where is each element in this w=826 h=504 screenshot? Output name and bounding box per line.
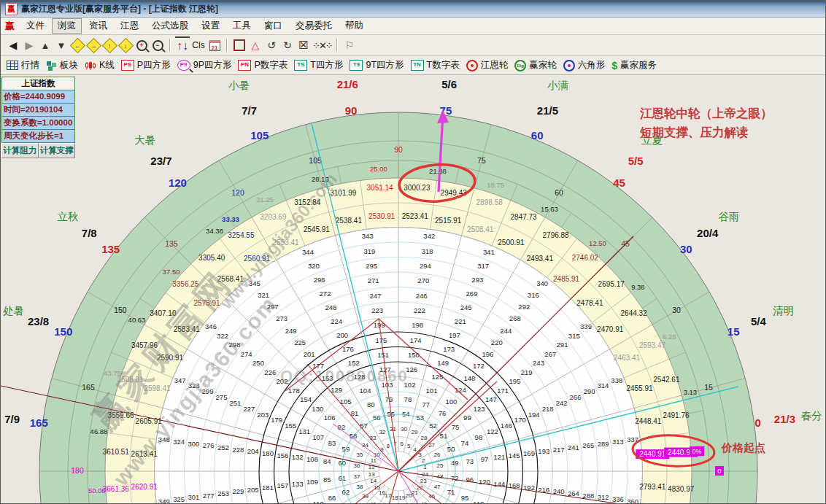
blocks-icon xyxy=(46,61,57,71)
menu-item-news[interactable]: 资讯 xyxy=(83,18,113,34)
svg-text:40: 40 xyxy=(370,501,377,503)
svg-text:2538.41: 2538.41 xyxy=(336,217,363,225)
svg-text:122: 122 xyxy=(487,427,498,435)
toolbar-item-gann-wheel[interactable]: 江恩轮 xyxy=(466,59,509,71)
cls-button[interactable]: Cls xyxy=(191,37,206,53)
rotate-ccw-icon[interactable]: ↺ xyxy=(264,37,279,53)
rotate-cw-icon[interactable]: ↻ xyxy=(280,37,295,53)
toolbar-item-9p-square[interactable]: P9 9P四方形 xyxy=(177,59,232,71)
menu-item-tools[interactable]: 工具 xyxy=(227,18,257,34)
svg-text:8: 8 xyxy=(387,443,390,449)
menu-item-gann[interactable]: 江恩 xyxy=(115,18,144,34)
toolbar-item-hexagon[interactable]: 六角形 xyxy=(563,59,606,71)
svg-text:30: 30 xyxy=(680,243,692,255)
toolbar-item-p-table[interactable]: PN P数字表 xyxy=(238,59,287,71)
svg-text:325: 325 xyxy=(173,495,185,503)
menu-bar: 赢 文件 浏览 资讯 江恩 公式选股 设置 工具 窗口 交易委托 帮助 xyxy=(1,18,825,35)
wheel-canvas-area: 1234567891011121314151617181920212223242… xyxy=(1,75,825,503)
svg-text:126: 126 xyxy=(406,365,417,373)
svg-text:40.63: 40.63 xyxy=(128,316,146,324)
toolbar-item-winner-wheel[interactable]: Big 赢家轮 xyxy=(514,59,557,71)
svg-text:291: 291 xyxy=(557,341,568,349)
resize-icon[interactable]: ⁘✕⁘ xyxy=(312,37,332,53)
svg-text:269: 269 xyxy=(466,290,478,298)
svg-text:25: 25 xyxy=(437,462,444,469)
app-icon[interactable]: 赢 xyxy=(5,3,18,15)
svg-text:244: 244 xyxy=(500,327,512,335)
toolbar-item-t-square[interactable]: TS T四方形 xyxy=(294,59,343,71)
svg-text:146: 146 xyxy=(501,422,512,430)
menu-item-trade[interactable]: 交易委托 xyxy=(290,18,338,34)
menu-item-settings[interactable]: 设置 xyxy=(196,18,225,34)
svg-text:346: 346 xyxy=(205,322,217,330)
svg-text:7/9: 7/9 xyxy=(4,413,20,425)
tick-updown-icon[interactable]: ↑↓ xyxy=(175,36,190,54)
toolbar-item-quotes[interactable]: 行情 xyxy=(7,59,39,71)
toolbar-item-9t-square[interactable]: T9 9T四方形 xyxy=(350,59,404,71)
diamond-left-icon[interactable]: ← xyxy=(70,37,85,53)
svg-text:219: 219 xyxy=(521,368,533,376)
svg-text:立秋: 立秋 xyxy=(58,211,79,222)
svg-text:120: 120 xyxy=(169,177,187,189)
svg-text:300: 300 xyxy=(188,440,199,448)
svg-text:3152.84: 3152.84 xyxy=(294,198,321,206)
triangle-outline-icon[interactable]: △ xyxy=(248,37,263,53)
menu-item-formula[interactable]: 公式选股 xyxy=(146,18,194,34)
menu-item-window[interactable]: 窗口 xyxy=(258,18,288,34)
zoom-in-icon[interactable]: + xyxy=(134,37,149,53)
svg-text:2491.76: 2491.76 xyxy=(663,411,690,419)
window-title: 赢家江恩专业版[赢家服务平台] - [上证指数 江恩轮] xyxy=(21,3,218,15)
square-outline-icon[interactable] xyxy=(232,37,247,53)
calendar-icon[interactable]: 21 xyxy=(207,37,222,53)
svg-text:250: 250 xyxy=(252,359,264,367)
svg-text:349: 349 xyxy=(158,497,170,503)
svg-text:2568.41: 2568.41 xyxy=(217,275,244,283)
diamond-down-icon[interactable]: ↓ xyxy=(118,37,133,53)
calc-support-button[interactable]: 计算支撑 xyxy=(39,143,76,158)
diamond-right-icon[interactable]: → xyxy=(86,37,101,53)
menu-item-file[interactable]: 文件 xyxy=(20,18,50,34)
toolbar-item-service[interactable]: $ 赢家服务 xyxy=(611,59,657,71)
svg-text:4830.97: 4830.97 xyxy=(668,485,695,493)
toolbar-item-sectors[interactable]: 板块 xyxy=(46,59,78,71)
pointer-up-icon[interactable]: ▲ xyxy=(38,37,53,53)
toolbar-item-kline[interactable]: K线 xyxy=(85,59,115,71)
svg-text:272: 272 xyxy=(320,290,331,298)
svg-text:3508.81: 3508.81 xyxy=(117,376,144,384)
calc-resistance-button[interactable]: 计算阻力 xyxy=(1,143,39,158)
menu-item-browse[interactable]: 浏览 xyxy=(52,18,82,34)
svg-text:201: 201 xyxy=(304,350,315,358)
svg-text:341: 341 xyxy=(483,248,495,256)
svg-text:2575.91: 2575.91 xyxy=(194,299,221,307)
pointer-down-icon[interactable]: ▼ xyxy=(54,37,69,53)
svg-text:274: 274 xyxy=(241,350,252,358)
svg-text:11: 11 xyxy=(371,457,377,464)
svg-text:339: 339 xyxy=(580,322,592,330)
svg-text:2620.91: 2620.91 xyxy=(131,483,158,491)
whiteboard-flag-icon[interactable]: ⚐ xyxy=(342,37,357,53)
svg-text:343: 343 xyxy=(362,232,374,240)
toolbar-separator xyxy=(226,39,228,52)
t9-chip-icon: T9 xyxy=(350,60,363,71)
svg-text:198: 198 xyxy=(412,321,423,329)
toolbar-item-p-square[interactable]: PS P四方形 xyxy=(121,59,171,71)
menu-app-icon: 赢 xyxy=(5,20,15,33)
x-square-icon[interactable]: ☒ xyxy=(296,37,311,53)
nav-back-icon[interactable]: ◀ xyxy=(6,37,20,53)
svg-text:3.13: 3.13 xyxy=(684,388,698,396)
diamond-up-icon[interactable]: ↑ xyxy=(102,37,117,53)
svg-text:228: 228 xyxy=(232,446,244,454)
zoom-out-icon[interactable]: − xyxy=(150,37,165,53)
svg-text:360: 360 xyxy=(627,497,638,503)
svg-text:2644.32: 2644.32 xyxy=(621,309,648,317)
svg-text:3356.25: 3356.25 xyxy=(172,280,199,288)
svg-text:296: 296 xyxy=(314,276,325,284)
svg-text:135: 135 xyxy=(165,239,178,248)
svg-text:226: 226 xyxy=(264,368,276,376)
menu-item-help[interactable]: 帮助 xyxy=(339,18,369,34)
nav-forward-icon[interactable]: ▶ xyxy=(22,37,36,53)
svg-text:120: 120 xyxy=(231,188,244,197)
svg-text:227: 227 xyxy=(243,405,255,413)
toolbar-item-t-table[interactable]: TN T数字表 xyxy=(411,59,460,71)
svg-text:323: 323 xyxy=(188,381,200,389)
